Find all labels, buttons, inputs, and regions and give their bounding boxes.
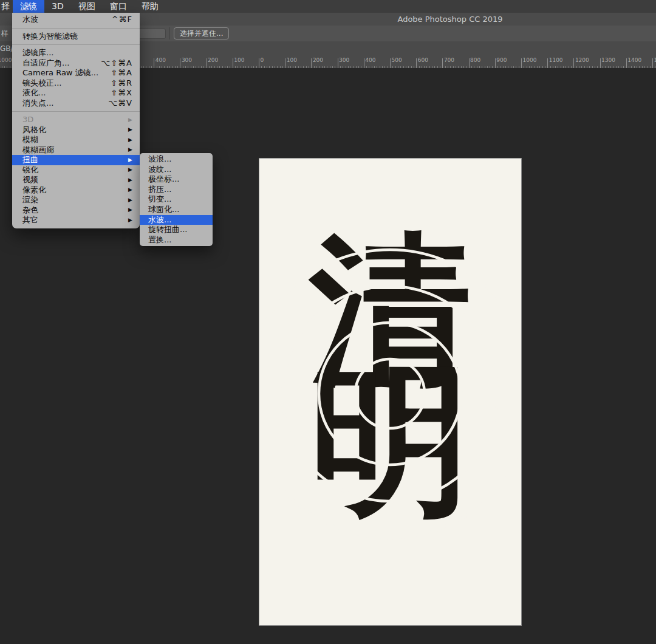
menu-item-label: 液化... bbox=[22, 88, 46, 98]
submenu-arrow-icon: ▶ bbox=[128, 207, 132, 213]
ruler-label: 900 bbox=[496, 57, 507, 63]
menubar-item-view[interactable]: 视图 bbox=[71, 0, 103, 13]
menubar-item-3d[interactable]: 3D bbox=[44, 0, 71, 13]
menu-item-label: 视频 bbox=[22, 175, 38, 185]
submenu-arrow-icon: ▶ bbox=[128, 117, 132, 123]
ruler-label: 1200 bbox=[575, 57, 589, 63]
menu-item-label: 旋转扭曲... bbox=[148, 225, 187, 235]
ruler-label: 1000 bbox=[523, 57, 537, 63]
menu-item-label: 水波... bbox=[148, 215, 171, 225]
menu-item-filter-gallery[interactable]: 滤镜库... bbox=[12, 48, 140, 58]
shortcut-label: ^⌘F bbox=[112, 15, 132, 25]
ruler-label: 500 bbox=[392, 57, 402, 63]
shortcut-label: ⇧⌘A bbox=[111, 68, 132, 78]
shortcut-label: ⌥⇧⌘A bbox=[101, 58, 132, 69]
ruler-label: 100 bbox=[234, 57, 244, 63]
menu-item-camera-raw[interactable]: Camera Raw 滤镜...⇧⌘A bbox=[12, 68, 140, 78]
menu-item-label: 转换为智能滤镜 bbox=[22, 32, 78, 42]
menu-item-noise[interactable]: 杂色▶ bbox=[12, 205, 140, 216]
menu-item-spherize[interactable]: 球面化... bbox=[140, 205, 213, 215]
ruler-label: 600 bbox=[418, 57, 428, 63]
ruler-label: 1000 bbox=[0, 57, 12, 63]
ruler-label: 800 bbox=[470, 57, 480, 63]
menu-item-shear[interactable]: 切变... bbox=[140, 194, 213, 205]
menu-item-polar-coordinates[interactable]: 极坐标... bbox=[140, 174, 213, 185]
submenu-arrow-icon: ▶ bbox=[128, 197, 132, 203]
menu-item-pinch[interactable]: 挤压... bbox=[140, 185, 213, 195]
document-canvas[interactable]: 清 明 bbox=[259, 159, 521, 625]
ruler-label: 1100 bbox=[549, 57, 563, 63]
menu-item-label: 极坐标... bbox=[148, 174, 179, 185]
ruler-major-tick bbox=[495, 58, 496, 68]
submenu-arrow-icon: ▶ bbox=[128, 147, 132, 152]
ruler-major-tick bbox=[469, 58, 470, 68]
menu-item-twirl[interactable]: 旋转扭曲... bbox=[140, 225, 213, 235]
ruler-label: 1300 bbox=[601, 57, 615, 63]
menu-item-label: 模糊画廊 bbox=[22, 145, 54, 156]
menu-item-label: 风格化 bbox=[22, 125, 46, 135]
shortcut-label: ⌥⌘V bbox=[108, 98, 132, 109]
menu-separator bbox=[12, 111, 140, 112]
ruler-label: 0 bbox=[261, 57, 264, 63]
menubar-item-select-partial[interactable]: 择 bbox=[0, 0, 13, 13]
menu-item-liquify[interactable]: 液化...⇧⌘X bbox=[12, 88, 140, 98]
menu-item-label: 像素化 bbox=[22, 185, 46, 196]
menu-item-vanishing-point[interactable]: 消失点...⌥⌘V bbox=[12, 98, 140, 109]
menubar-item-filter[interactable]: 滤镜 bbox=[13, 0, 44, 13]
menu-item-other[interactable]: 其它▶ bbox=[12, 215, 140, 225]
menu-item-distort[interactable]: 扭曲▶ bbox=[12, 155, 140, 165]
menu-item-video[interactable]: 视频▶ bbox=[12, 175, 140, 185]
submenu-arrow-icon: ▶ bbox=[128, 127, 132, 132]
menu-item-render[interactable]: 渲染▶ bbox=[12, 195, 140, 205]
ruler-major-tick bbox=[364, 58, 364, 68]
menu-item-label: 渲染 bbox=[22, 195, 38, 205]
menu-item-adaptive-wide-angle[interactable]: 自适应广角...⌥⇧⌘A bbox=[12, 58, 140, 69]
ruler-major-tick bbox=[416, 58, 417, 68]
options-divider bbox=[169, 27, 169, 39]
menu-item-label: 3D bbox=[22, 115, 33, 125]
menu-item-label: 自适应广角... bbox=[22, 58, 69, 69]
ruler-major-tick bbox=[573, 58, 574, 68]
submenu-arrow-icon: ▶ bbox=[128, 177, 132, 183]
menu-item-sharpen[interactable]: 锐化▶ bbox=[12, 165, 140, 176]
menu-item-blur-gallery[interactable]: 模糊画廊▶ bbox=[12, 145, 140, 156]
ruler-label: 400 bbox=[155, 57, 166, 63]
ruler-major-tick bbox=[626, 58, 627, 68]
ruler-label: 300 bbox=[182, 57, 192, 63]
menu-item-label: 切变... bbox=[148, 194, 171, 205]
filter-menu-panel: 水波^⌘F转换为智能滤镜滤镜库...自适应广角...⌥⇧⌘ACamera Raw… bbox=[12, 13, 140, 228]
menu-item-3d: 3D▶ bbox=[12, 115, 140, 125]
menu-item-label: 置换... bbox=[148, 235, 171, 245]
menu-item-displace[interactable]: 置换... bbox=[140, 235, 213, 245]
ruler-major-tick bbox=[154, 58, 154, 68]
ruler-label: 200 bbox=[313, 57, 323, 63]
ruler-major-tick bbox=[521, 58, 522, 68]
menubar-item-window[interactable]: 窗口 bbox=[103, 0, 134, 13]
menu-item-label: 滤镜库... bbox=[22, 48, 53, 58]
ruler-label: 1400 bbox=[627, 57, 641, 63]
ripple-rings-overlay bbox=[259, 159, 521, 625]
ruler-major-tick bbox=[207, 58, 207, 68]
menu-item-zigzag-last[interactable]: 水波^⌘F bbox=[12, 15, 140, 25]
menu-item-pixelate[interactable]: 像素化▶ bbox=[12, 185, 140, 196]
ruler-label: 300 bbox=[339, 57, 349, 63]
menu-item-label: 镜头校正... bbox=[22, 78, 61, 89]
menu-item-convert-smart-filters[interactable]: 转换为智能滤镜 bbox=[12, 32, 140, 42]
ripple-ring bbox=[319, 323, 461, 465]
menu-item-label: 波纹... bbox=[148, 165, 171, 175]
menu-item-ripple[interactable]: 波纹... bbox=[140, 165, 213, 175]
menu-item-stylize[interactable]: 风格化▶ bbox=[12, 125, 140, 135]
shortcut-label: ⇧⌘X bbox=[111, 88, 132, 98]
menu-item-blur[interactable]: 模糊▶ bbox=[12, 135, 140, 145]
submenu-arrow-icon: ▶ bbox=[128, 218, 132, 223]
ruler-major-tick bbox=[285, 58, 285, 68]
menubar-item-help[interactable]: 帮助 bbox=[134, 0, 166, 13]
ripple-ring bbox=[282, 286, 497, 501]
menu-item-lens-correction[interactable]: 镜头校正...⇧⌘R bbox=[12, 78, 140, 89]
menu-item-wave[interactable]: 波浪... bbox=[140, 154, 213, 165]
ruler-label: 400 bbox=[365, 57, 375, 63]
menu-item-label: 其它 bbox=[22, 215, 38, 225]
menu-item-zigzag[interactable]: 水波... bbox=[140, 215, 213, 225]
select-and-mask-button[interactable]: 选择并遮住... bbox=[174, 27, 229, 39]
menu-item-label: Camera Raw 滤镜... bbox=[22, 68, 98, 78]
